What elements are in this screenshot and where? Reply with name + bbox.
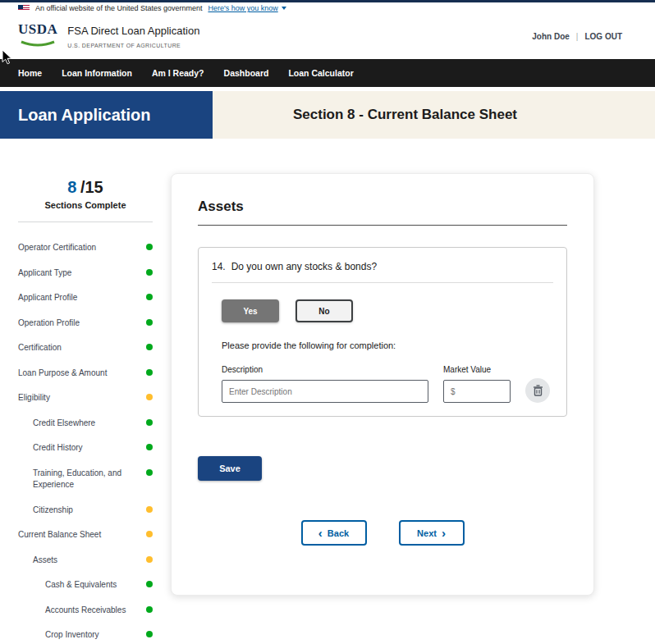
sidebar-item[interactable]: Credit Elsewhere bbox=[18, 418, 153, 430]
next-button-label: Next bbox=[417, 528, 437, 538]
no-button[interactable]: No bbox=[295, 299, 353, 322]
sidebar-item-label: Applicant Type bbox=[18, 267, 146, 280]
how-you-know-label: Here's how you know bbox=[208, 4, 277, 12]
sidebar-item-label: Operation Profile bbox=[18, 317, 146, 330]
title-band: Loan Application Section 8 - Current Bal… bbox=[0, 91, 655, 139]
sidebar-item-label: Citizenship bbox=[33, 505, 146, 517]
status-dot bbox=[146, 244, 153, 250]
sidebar-item[interactable]: Current Balance Sheet bbox=[18, 529, 153, 541]
status-dot bbox=[146, 469, 153, 476]
sidebar-section-list: Operator CertificationApplicant TypeAppl… bbox=[18, 242, 153, 644]
nav-item-am-i-ready[interactable]: Am I Ready? bbox=[152, 68, 204, 78]
question-rule bbox=[212, 282, 553, 283]
progress-total: /15 bbox=[80, 178, 103, 196]
progress-current: 8 bbox=[67, 178, 76, 196]
status-dot bbox=[146, 369, 153, 376]
question-box: 14. Do you own any stocks & bonds? Yes N… bbox=[198, 247, 567, 417]
sidebar-item[interactable]: Credit History bbox=[18, 442, 153, 454]
sidebar-item[interactable]: Eligibility bbox=[18, 392, 153, 404]
assets-card: Assets 14. Do you own any stocks & bonds… bbox=[171, 173, 594, 596]
nav-item-loan-calculator[interactable]: Loan Calculator bbox=[288, 68, 353, 78]
description-input[interactable] bbox=[222, 380, 428, 403]
sidebar-item-label: Certification bbox=[18, 342, 146, 354]
us-flag-icon bbox=[18, 5, 30, 11]
sidebar-item[interactable]: Operator Certification bbox=[18, 242, 153, 254]
sidebar-item-label: Accounts Receivables bbox=[45, 605, 146, 617]
site-header: USDA FSA Direct Loan Application U.S. DE… bbox=[0, 14, 655, 59]
status-dot bbox=[146, 344, 153, 350]
sidebar-item-label: Loan Purpose & Amount bbox=[18, 368, 146, 380]
status-dot bbox=[146, 419, 153, 426]
sidebar-item[interactable]: Certification bbox=[18, 342, 153, 354]
sidebar-item[interactable]: Training, Education, and Experience bbox=[18, 468, 153, 491]
how-you-know-link[interactable]: Here's how you know bbox=[208, 4, 286, 12]
status-dot bbox=[146, 394, 153, 400]
sidebar: 8 /15 Sections Complete Operator Certifi… bbox=[0, 173, 171, 644]
question-number: 14. bbox=[212, 261, 226, 272]
department-name: U.S. DEPARTMENT OF AGRICULTURE bbox=[67, 43, 199, 48]
status-dot bbox=[146, 294, 153, 300]
market-value-input[interactable] bbox=[443, 380, 511, 403]
description-field-group: Description bbox=[222, 365, 428, 403]
back-button[interactable]: Back bbox=[301, 520, 367, 546]
user-separator: | bbox=[576, 32, 579, 41]
usda-swoosh-icon bbox=[20, 40, 56, 48]
chevron-left-icon bbox=[318, 527, 323, 539]
save-button[interactable]: Save bbox=[198, 456, 262, 481]
usda-logo-text: USDA bbox=[18, 22, 57, 36]
nav-buttons: Back Next bbox=[198, 520, 567, 546]
sidebar-item-label: Applicant Profile bbox=[18, 292, 146, 304]
app-titles: FSA Direct Loan Application U.S. DEPARTM… bbox=[67, 25, 199, 48]
main-nav: HomeLoan InformationAm I Ready?Dashboard… bbox=[0, 59, 655, 87]
market-value-field-group: Market Value bbox=[443, 365, 511, 403]
yes-no-toggle: Yes No bbox=[222, 299, 553, 322]
fields-row: Description Market Value bbox=[222, 365, 553, 403]
sidebar-item[interactable]: Loan Purpose & Amount bbox=[18, 368, 153, 380]
nav-item-dashboard[interactable]: Dashboard bbox=[224, 68, 269, 78]
sidebar-divider bbox=[18, 222, 153, 222]
sidebar-item-label: Current Balance Sheet bbox=[18, 529, 146, 541]
logout-button[interactable]: LOG OUT bbox=[584, 32, 622, 41]
user-name: John Doe bbox=[532, 32, 570, 41]
delete-row-button[interactable] bbox=[525, 378, 550, 403]
card-title: Assets bbox=[198, 199, 567, 215]
user-area: John Doe | LOG OUT bbox=[532, 32, 622, 41]
sidebar-item[interactable]: Crop Inventory bbox=[18, 629, 153, 642]
sidebar-item-label: Cash & Equivalents bbox=[45, 579, 146, 591]
status-dot bbox=[146, 606, 153, 613]
sidebar-item-label: Eligibility bbox=[18, 392, 146, 404]
sidebar-item[interactable]: Operation Profile bbox=[18, 317, 153, 330]
sidebar-item[interactable]: Assets bbox=[18, 555, 153, 567]
sidebar-item-label: Credit Elsewhere bbox=[33, 418, 146, 430]
description-label: Description bbox=[222, 365, 428, 374]
question-line: 14. Do you own any stocks & bonds? bbox=[212, 261, 553, 272]
gov-banner: An official website of the United States… bbox=[0, 2, 655, 14]
gov-banner-text: An official website of the United States… bbox=[35, 4, 202, 12]
sidebar-item-label: Credit History bbox=[33, 442, 146, 454]
progress-indicator: 8 /15 Sections Complete bbox=[18, 178, 153, 210]
status-dot bbox=[146, 506, 153, 513]
sidebar-item[interactable]: Citizenship bbox=[18, 505, 153, 517]
status-dot bbox=[146, 444, 153, 450]
back-button-label: Back bbox=[328, 528, 349, 538]
chevron-right-icon bbox=[442, 527, 446, 539]
content-area: 8 /15 Sections Complete Operator Certifi… bbox=[0, 139, 655, 644]
sidebar-item[interactable]: Cash & Equivalents bbox=[18, 579, 153, 591]
status-dot bbox=[146, 319, 153, 326]
nav-item-loan-information[interactable]: Loan Information bbox=[62, 68, 132, 78]
question-text: Do you own any stocks & bonds? bbox=[231, 261, 377, 272]
status-dot bbox=[146, 556, 153, 563]
status-dot bbox=[146, 631, 153, 637]
sidebar-item[interactable]: Applicant Profile bbox=[18, 292, 153, 304]
status-dot bbox=[146, 581, 153, 587]
yes-button[interactable]: Yes bbox=[222, 299, 279, 322]
usda-logo[interactable]: USDA bbox=[18, 22, 57, 51]
sidebar-item[interactable]: Accounts Receivables bbox=[18, 605, 153, 617]
sidebar-item[interactable]: Applicant Type bbox=[18, 267, 153, 280]
caret-down-icon bbox=[282, 7, 286, 10]
sidebar-item-label: Operator Certification bbox=[18, 242, 146, 254]
sidebar-item-label: Assets bbox=[33, 555, 146, 567]
status-dot bbox=[146, 269, 153, 276]
nav-item-home[interactable]: Home bbox=[18, 68, 42, 78]
next-button[interactable]: Next bbox=[399, 520, 465, 546]
